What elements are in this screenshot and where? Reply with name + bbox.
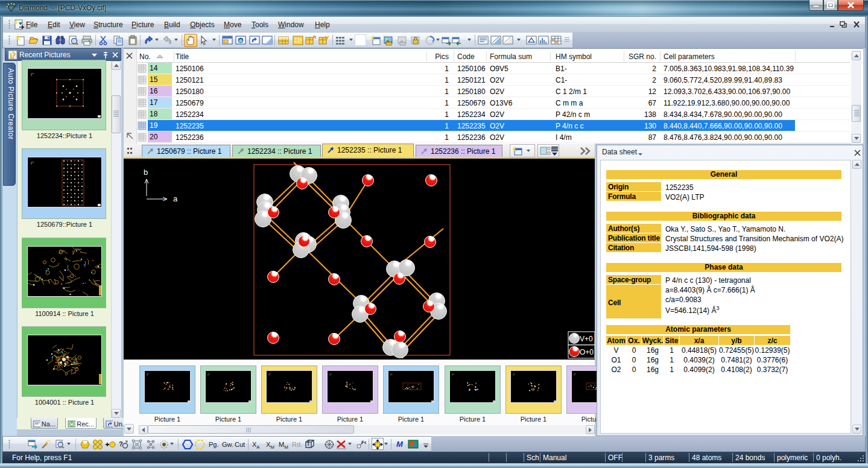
svg-text:V+0: V+0 <box>580 335 593 343</box>
svg-text:O+0: O+0 <box>580 348 594 356</box>
svg-text:a: a <box>173 194 178 203</box>
svg-text:?: ? <box>119 440 123 447</box>
svg-text:Fe: Fe <box>361 440 366 445</box>
svg-text:b: b <box>144 168 148 177</box>
